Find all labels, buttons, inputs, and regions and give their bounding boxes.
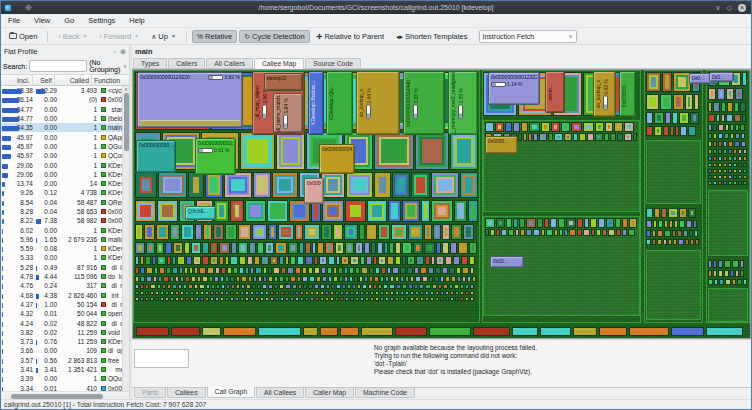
table-row[interactable]: 4.240.0248 822_dl_catch_... bbox=[1, 318, 122, 327]
table-row[interactable]: 5.330.001KDevSplash... bbox=[1, 253, 122, 262]
grouping-combobox[interactable]: (No Grouping) ∨ bbox=[89, 59, 127, 73]
treemap-block[interactable]: QXcbE... bbox=[185, 206, 216, 220]
menu-view[interactable]: View bbox=[27, 14, 57, 27]
shorten-templates-toggle[interactable]: ◂▸ Shorten Templates bbox=[391, 30, 472, 43]
table-row[interactable]: 98.3812.293 493<cycle 42> bbox=[1, 86, 122, 95]
table-row[interactable]: 9.260.124 738KDevelop::... bbox=[1, 188, 122, 197]
treemap-block[interactable]: 0x000000... bbox=[619, 71, 636, 117]
table-row[interactable]: 4.784.44115 096do_lookup... bbox=[1, 272, 122, 281]
menu-help[interactable]: Help bbox=[122, 14, 151, 27]
treemap-block[interactable]: strcmp'2 bbox=[264, 73, 303, 91]
table-row[interactable]: 3.660.00109dl_open_w... bbox=[1, 346, 122, 355]
table-row[interactable]: 4.320.0150 044openaux bbox=[1, 309, 122, 318]
treemap-block[interactable]: 0x00000... bbox=[304, 178, 324, 204]
treemap-block[interactable]: 0x00000000001292203.82 % bbox=[137, 72, 243, 128]
menu-file[interactable]: File bbox=[1, 14, 27, 27]
table-row[interactable]: 4.371.0050 154_dl_map_o... bbox=[1, 300, 122, 309]
relative-to-parent-toggle[interactable]: ✢ Relative to Parent bbox=[312, 30, 390, 43]
treemap-block[interactable]: 0x00000000001292201.14 % bbox=[488, 72, 540, 105]
treemap-block[interactable]: 0x00000000031d4a01.28 % bbox=[403, 71, 445, 135]
title-bar[interactable]: /home/sergobot/Documents/GCI/screenshots… bbox=[1, 1, 751, 14]
event-type-combobox[interactable]: Instruction Fetch ∨ bbox=[479, 30, 577, 43]
treemap-block[interactable]: 0x00... bbox=[490, 256, 524, 268]
treemap-block[interactable]: 0x0... bbox=[709, 72, 734, 82]
column-header-incl[interactable]: Incl. bbox=[1, 75, 33, 85]
treemap-block[interactable]: KDevelop::Bucket... bbox=[308, 71, 324, 135]
relative-toggle[interactable]: % Relative bbox=[192, 30, 237, 43]
search-input[interactable] bbox=[29, 60, 87, 72]
up-button[interactable]: ∧ Up▼ bbox=[146, 30, 181, 43]
treemap-block[interactable]: do_lookup_x1.44 % bbox=[356, 71, 400, 135]
table-row[interactable]: 3.390.001QQuickVie... bbox=[1, 374, 122, 383]
tab-source-code[interactable]: Source Code bbox=[305, 58, 361, 68]
table-row[interactable]: 3.730.7611 259KDevelop::... bbox=[1, 337, 122, 346]
table-row[interactable]: 5.590.081KDevelop::... bbox=[1, 244, 122, 253]
table-row[interactable]: 8.280.0458 6530x0000000... bbox=[1, 207, 122, 216]
vertical-scrollbar[interactable]: ∧ bbox=[122, 86, 129, 391]
scroll-up-icon[interactable]: ∧ bbox=[124, 86, 128, 92]
table-row[interactable]: 86.140.00(0)0x0000000... bbox=[1, 95, 122, 104]
treemap-block[interactable]: 0x000000034034be8 bbox=[319, 144, 355, 174]
treemap-block[interactable]: _dl_name_match...1.84 % bbox=[273, 93, 303, 133]
bottom-tab-callees[interactable]: Callees bbox=[167, 388, 206, 398]
table-row[interactable]: 4.760.24317_dl_relocat... bbox=[1, 281, 122, 290]
column-header-self[interactable]: Self bbox=[33, 75, 55, 85]
back-button[interactable]: ‹ Back▼ bbox=[53, 30, 92, 43]
table-row[interactable]: 29.060.001KDevelop::... bbox=[1, 160, 122, 169]
bottom-tab-caller-map[interactable]: Caller Map bbox=[305, 388, 354, 398]
column-header-called[interactable]: Called bbox=[55, 75, 92, 85]
close-icon[interactable]: × bbox=[738, 4, 746, 12]
bottom-tab-machine-code[interactable]: Machine Code bbox=[355, 388, 415, 398]
treemap-block[interactable]: KDevelop::Qu... bbox=[326, 71, 353, 135]
table-row[interactable]: 45.970.001QGuiApplic... bbox=[1, 142, 122, 151]
table-row[interactable]: 3.413.411 351 421__memcpy... bbox=[1, 365, 122, 374]
table-header[interactable]: Incl.SelfCalledFunction bbox=[1, 74, 129, 86]
tab-types[interactable]: Types bbox=[133, 58, 167, 68]
treemap-block[interactable]: 0x000000000... bbox=[136, 140, 176, 173]
call-graph-pane: No graph available because the layouting… bbox=[132, 339, 751, 387]
treemap-block[interactable]: __memcpy_sse2_unaligned1.39 % bbox=[448, 71, 478, 135]
close-dock-icon[interactable]: ⊗ bbox=[120, 48, 126, 55]
scrollbar-thumb[interactable] bbox=[124, 93, 129, 151]
table-row[interactable]: 84.770.001(below mai... bbox=[1, 114, 122, 123]
table-row[interactable]: 29.060.001KDevelop::... bbox=[1, 170, 122, 179]
callee-map[interactable]: 0x00000000001292203.82 %_dl_map_object1.… bbox=[132, 69, 751, 339]
table-row[interactable]: 3.820.0211 259void KDeve... bbox=[1, 328, 122, 337]
tab-callers[interactable]: Callers bbox=[168, 58, 205, 68]
table-row[interactable]: 4.684.382 826 460_int_mallo... bbox=[1, 291, 122, 300]
float-dock-icon[interactable]: ◦ bbox=[114, 48, 116, 55]
horizontal-scrollbar[interactable] bbox=[1, 391, 129, 399]
maximize-icon[interactable]: ◇ bbox=[727, 4, 732, 11]
treemap-block[interactable]: 0x0000... bbox=[485, 136, 518, 154]
menu-settings[interactable]: Settings bbox=[81, 14, 122, 27]
table-row[interactable]: 8.540.0458 487QRegExp::... bbox=[1, 198, 122, 207]
table-row[interactable]: 6.020.001KDevelop::... bbox=[1, 225, 122, 234]
treemap-block[interactable]: strcm... bbox=[545, 71, 565, 113]
table-row[interactable]: 84.350.001main bbox=[1, 123, 122, 132]
table-row[interactable]: 45.970.001QApplicati... bbox=[1, 132, 122, 141]
forward-button[interactable]: › Forward▼ bbox=[94, 30, 144, 43]
table-row[interactable]: 84.770.001_start bbox=[1, 105, 122, 114]
scrollbar-thumb[interactable] bbox=[11, 394, 103, 399]
open-button[interactable]: Open bbox=[4, 30, 42, 43]
chevron-down-icon: ▼ bbox=[134, 33, 139, 39]
bottom-tab-call-graph[interactable]: Call Graph bbox=[207, 387, 256, 398]
table-row[interactable]: 5.280.4987 916_dl_lookup... bbox=[1, 263, 122, 272]
tab-callee-map[interactable]: Callee Map bbox=[254, 58, 304, 69]
menu-go[interactable]: Go bbox=[57, 14, 81, 27]
function-type-icon bbox=[101, 255, 106, 260]
table-row[interactable]: 3.340.014100x0000000... bbox=[1, 384, 122, 392]
table-row[interactable]: 8.227.3858 9820x0000000... bbox=[1, 216, 122, 225]
table-row[interactable]: 5.961.652 679 236malloc bbox=[1, 235, 122, 244]
function-type-icon bbox=[101, 125, 106, 130]
treemap-block[interactable]: do_lookup_x0.43 % bbox=[593, 71, 616, 117]
treemap-block[interactable]: 0x0000000002d1b400.61 % bbox=[195, 138, 236, 175]
table-row[interactable]: 3.570.562 863 813free bbox=[1, 356, 122, 365]
table-row[interactable]: 45.970.001QCoreAppl... bbox=[1, 151, 122, 160]
cycle-detection-toggle[interactable]: ↻ Cycle Detection bbox=[239, 30, 309, 43]
minimize-icon[interactable]: ∨ bbox=[715, 4, 720, 11]
column-header-function[interactable]: Function bbox=[92, 75, 122, 85]
table-row[interactable]: 13.740.0014KDevelop::... bbox=[1, 179, 122, 188]
tab-all-callers[interactable]: All Callers bbox=[206, 58, 253, 68]
bottom-tab-all-callees[interactable]: All Callees bbox=[256, 388, 304, 398]
